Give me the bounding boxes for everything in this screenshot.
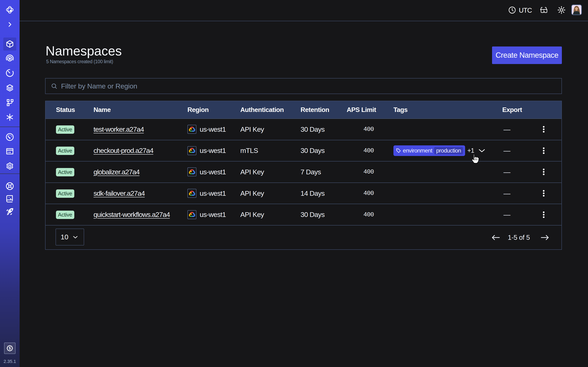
svg-text:$: $ bbox=[9, 346, 11, 350]
